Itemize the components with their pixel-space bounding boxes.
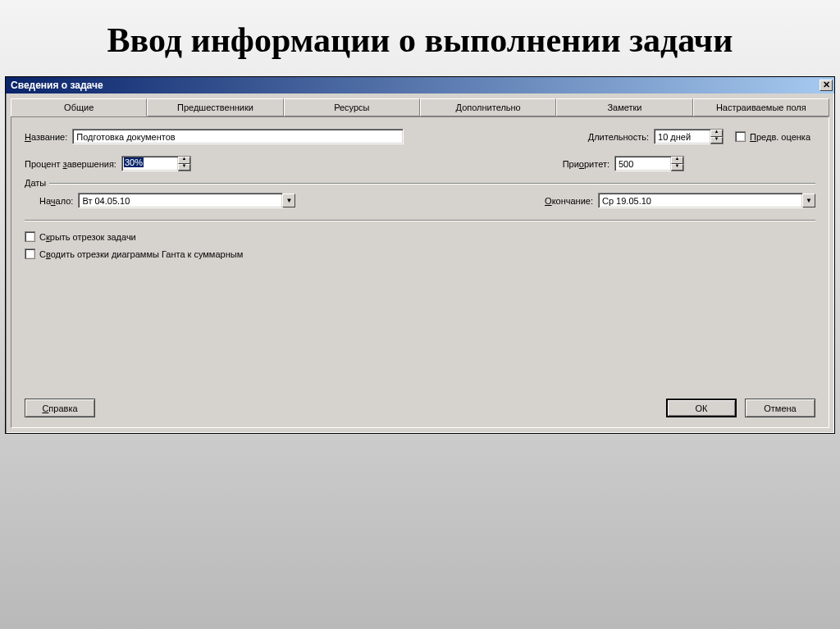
rollup-checkbox[interactable] — [25, 248, 35, 259]
tab-resources[interactable]: Ресурсы — [284, 98, 420, 116]
task-info-dialog: Сведения о задаче ✕ Общие Предшественник… — [5, 76, 835, 434]
start-label: Начало: — [39, 196, 73, 206]
dates-legend: Даты — [25, 178, 49, 188]
tab-advanced[interactable]: Дополнительно — [420, 98, 556, 116]
priority-label: Приоритет: — [563, 159, 609, 169]
dialog-title: Сведения о задаче — [11, 80, 819, 91]
slide-title: Ввод информации о выполнении задачи — [33, 21, 807, 60]
dates-group-frame: Даты — [25, 183, 815, 185]
estimate-checkbox[interactable] — [735, 131, 746, 142]
percent-input[interactable]: 30% — [121, 156, 179, 171]
help-button[interactable]: Справка — [25, 399, 95, 417]
name-input[interactable] — [72, 129, 404, 144]
close-button[interactable]: ✕ — [819, 80, 833, 91]
duration-spin-down[interactable] — [710, 137, 723, 144]
percent-spin-down[interactable] — [178, 164, 190, 171]
ok-button[interactable]: ОК — [666, 399, 737, 417]
percent-label: Процент завершения: — [25, 159, 116, 169]
tab-notes[interactable]: Заметки — [556, 98, 692, 116]
priority-input[interactable] — [614, 156, 672, 171]
separator-line — [25, 220, 815, 221]
percent-spinner[interactable] — [178, 156, 191, 171]
button-row: Справка ОК Отмена — [25, 399, 815, 417]
priority-spin-down[interactable] — [671, 164, 683, 171]
titlebar: Сведения о задаче ✕ — [6, 77, 834, 93]
finish-input[interactable] — [598, 193, 803, 208]
priority-spinner[interactable] — [671, 156, 684, 171]
start-dropdown-button[interactable]: ▼ — [282, 194, 295, 207]
tab-panel-general: Название: Длительность: Предв. оценка Пр… — [11, 116, 829, 428]
start-input[interactable] — [78, 193, 283, 208]
name-label: Название: — [25, 132, 67, 142]
duration-input[interactable] — [654, 129, 711, 144]
tab-general[interactable]: Общие — [11, 98, 147, 116]
finish-label: Окончание: — [545, 196, 593, 206]
duration-spinner[interactable] — [710, 129, 724, 144]
tabstrip: Общие Предшественники Ресурсы Дополнител… — [11, 98, 829, 116]
tab-predecessors[interactable]: Предшественники — [147, 98, 283, 116]
cancel-button[interactable]: Отмена — [745, 399, 815, 417]
rollup-label: Сводить отрезки диаграммы Ганта к суммар… — [39, 249, 243, 259]
tab-custom-fields[interactable]: Настраиваемые поля — [693, 98, 829, 116]
hide-bar-checkbox[interactable] — [25, 231, 35, 242]
duration-label: Длительность: — [588, 132, 649, 142]
hide-bar-label: Скрыть отрезок задачи — [39, 232, 136, 242]
estimate-label: Предв. оценка — [750, 132, 810, 142]
finish-dropdown-button[interactable]: ▼ — [802, 194, 815, 207]
